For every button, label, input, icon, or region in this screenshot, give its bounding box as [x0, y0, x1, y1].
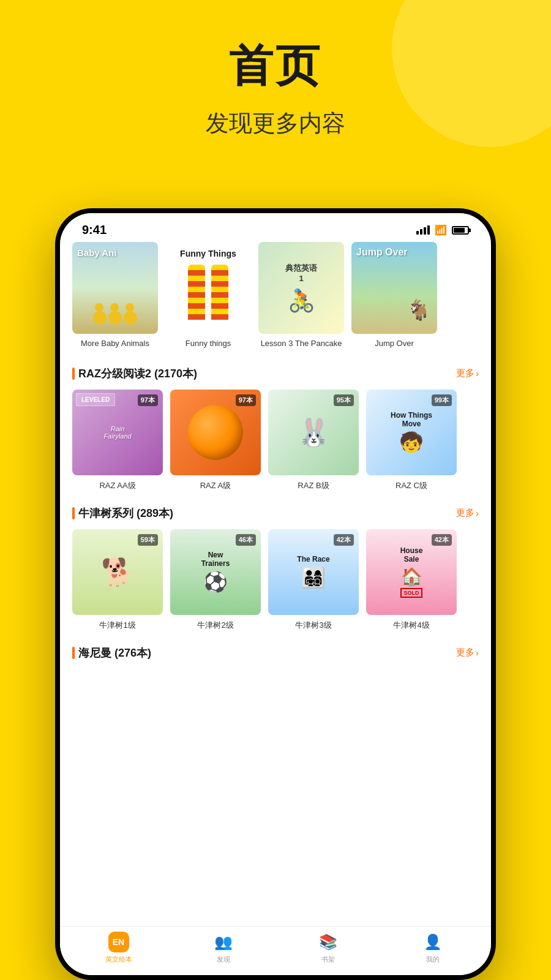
goat-icon: 🐐	[407, 298, 431, 322]
striped-legs	[188, 265, 228, 320]
people-icon: 👨‍👩‍👧‍👦	[301, 566, 326, 589]
category-label: RAZ A级	[170, 480, 261, 491]
nav-label-profile: 我的	[426, 955, 440, 964]
chinese-cover-title: 典范英语1	[285, 263, 317, 283]
nav-item-english[interactable]: EN 英文绘本	[66, 932, 171, 964]
category-label: 牛津树3级	[268, 620, 359, 631]
page-subtitle: 发现更多内容	[0, 108, 551, 139]
oxford4-cover[interactable]: HouseSale 🏠 SOLD 42本	[366, 529, 457, 615]
list-item[interactable]: Jump Over 🐐 Jump Over	[351, 242, 437, 349]
raz-c-cover[interactable]: How ThingsMove 🧒 99本	[366, 390, 457, 475]
phone-mockup: 9:41 📶	[55, 208, 496, 980]
soccer-icon: ⚽	[203, 570, 228, 594]
book-title-label: Lesson 3 The Pancake	[258, 339, 344, 349]
book-title-label: More Baby Animals	[72, 339, 158, 349]
recent-books-section: Baby Ani More Baby Animals	[60, 242, 491, 354]
house-title: HouseSale	[400, 546, 423, 564]
raz-categories-row[interactable]: LEVELED RainFairyland 97本 RAZ AA级	[60, 390, 491, 491]
list-item[interactable]: NewTrainers ⚽ 46本 牛津树2级	[170, 529, 261, 631]
category-label: RAZ C级	[366, 480, 457, 491]
category-label: RAZ AA级	[72, 480, 163, 491]
nav-label-discover: 发现	[217, 955, 230, 964]
shelf-icon: 📚	[318, 932, 339, 952]
book-cover-funny-things[interactable]: Funny Things	[165, 242, 251, 334]
raz-section-header: RAZ分级阅读2 (2170本) 更多 ›	[60, 366, 491, 381]
en-icon: EN	[108, 932, 129, 952]
category-label: 牛津树2级	[170, 620, 261, 631]
oxford-section-header: 牛津树系列 (289本) 更多 ›	[60, 506, 491, 521]
bottom-nav: EN 英文绘本 👥 发现 📚 书架 👤 我的	[60, 926, 491, 975]
nav-item-discover[interactable]: 👥 发现	[171, 932, 276, 964]
nav-item-profile[interactable]: 👤 我的	[380, 932, 485, 964]
raz-aa-cover[interactable]: LEVELED RainFairyland 97本	[72, 390, 163, 475]
count-badge: 59本	[138, 534, 158, 546]
section-bar-indicator	[72, 368, 75, 380]
category-label: 牛津树1级	[72, 620, 163, 631]
recent-books-row[interactable]: Baby Ani More Baby Animals	[72, 242, 479, 354]
book-cover-jump-over[interactable]: Jump Over 🐐	[351, 242, 437, 334]
oxford-section: 牛津树系列 (289本) 更多 › 🐕 59本	[60, 506, 491, 631]
list-item[interactable]: Funny Things Funny things	[165, 242, 251, 349]
fruit-illustration	[188, 405, 243, 460]
oxford2-cover[interactable]: NewTrainers ⚽ 46本	[170, 529, 261, 615]
oxford-categories-row[interactable]: 🐕 59本 牛津树1级 NewTrainers ⚽ 46本	[60, 529, 491, 631]
category-label: 牛津树4级	[366, 620, 457, 631]
count-badge: 97本	[138, 394, 158, 406]
list-item[interactable]: 典范英语1 🚴 Lesson 3 The Pancake	[258, 242, 344, 349]
oxford-more-link[interactable]: 更多 ›	[456, 507, 479, 519]
count-badge: 42本	[432, 534, 452, 546]
oxford1-cover[interactable]: 🐕 59本	[72, 529, 163, 615]
swing-icon: 🧒	[399, 431, 424, 454]
status-icons: 📶	[416, 224, 469, 236]
bunny-icon: 🐰	[297, 417, 331, 448]
heinemann-section-title: 海尼曼 (276本)	[72, 646, 151, 660]
raz-more-link[interactable]: 更多 ›	[456, 368, 479, 379]
book-cover-baby-animals[interactable]: Baby Ani	[72, 242, 158, 334]
page-header: 首页 发现更多内容	[0, 0, 551, 139]
count-badge: 97本	[236, 394, 256, 406]
raz-section: RAZ分级阅读2 (2170本) 更多 › LEVELED RainFairyl…	[60, 366, 491, 491]
raz-a-cover[interactable]: 97本	[170, 390, 261, 475]
how-things-text: How ThingsMove	[391, 411, 432, 429]
signal-icon	[416, 225, 430, 235]
status-bar: 9:41 📶	[60, 213, 491, 242]
nav-item-shelf[interactable]: 📚 书架	[276, 932, 380, 964]
dog-icon: 🐕	[101, 556, 135, 588]
new-trainers-title: NewTrainers	[201, 551, 230, 568]
list-item[interactable]: How ThingsMove 🧒 99本 RAZ C级	[366, 390, 457, 491]
book-cover-pancake[interactable]: 典范英语1 🚴	[258, 242, 344, 334]
heinemann-more-link[interactable]: 更多 ›	[456, 647, 479, 658]
chevron-right-icon: ›	[476, 368, 479, 379]
list-item[interactable]: LEVELED RainFairyland 97本 RAZ AA级	[72, 390, 163, 491]
profile-icon: 👤	[422, 932, 443, 952]
book-title-label: Funny things	[165, 339, 251, 349]
phone-content[interactable]: Baby Ani More Baby Animals	[60, 242, 491, 921]
book-cover-title: Baby Ani	[77, 248, 116, 258]
list-item[interactable]: 🐕 59本 牛津树1级	[72, 529, 163, 631]
count-badge: 46本	[236, 534, 256, 546]
heinemann-section: 海尼曼 (276本) 更多 ›	[60, 646, 491, 675]
wifi-icon: 📶	[435, 224, 447, 236]
list-item[interactable]: The Race 👨‍👩‍👧‍👦 42本 牛津树3级	[268, 529, 359, 631]
raz-section-title: RAZ分级阅读2 (2170本)	[72, 366, 197, 381]
oxford3-cover[interactable]: The Race 👨‍👩‍👧‍👦 42本	[268, 529, 359, 615]
phone-screen: 9:41 📶	[60, 213, 491, 975]
section-bar-indicator	[72, 647, 75, 659]
funny-cover-title: Funny Things	[180, 249, 236, 258]
count-badge: 95本	[334, 394, 354, 406]
list-item[interactable]: 97本 RAZ A级	[170, 390, 261, 491]
count-badge: 42本	[334, 534, 354, 546]
book-title-label: Jump Over	[351, 339, 437, 349]
section-bar-indicator	[72, 507, 75, 519]
list-item[interactable]: 🐰 95本 RAZ B级	[268, 390, 359, 491]
bike-icon: 🚴	[288, 288, 315, 314]
chevron-right-icon: ›	[476, 508, 479, 518]
raz-b-cover[interactable]: 🐰 95本	[268, 390, 359, 475]
heinemann-section-header: 海尼曼 (276本) 更多 ›	[60, 646, 491, 660]
battery-icon	[452, 226, 469, 235]
list-item[interactable]: Baby Ani More Baby Animals	[72, 242, 158, 349]
nav-label-english: 英文绘本	[105, 955, 132, 964]
page-title: 首页	[0, 37, 551, 96]
ducks-illustration	[93, 311, 137, 325]
list-item[interactable]: HouseSale 🏠 SOLD 42本 牛津树4级	[366, 529, 457, 631]
